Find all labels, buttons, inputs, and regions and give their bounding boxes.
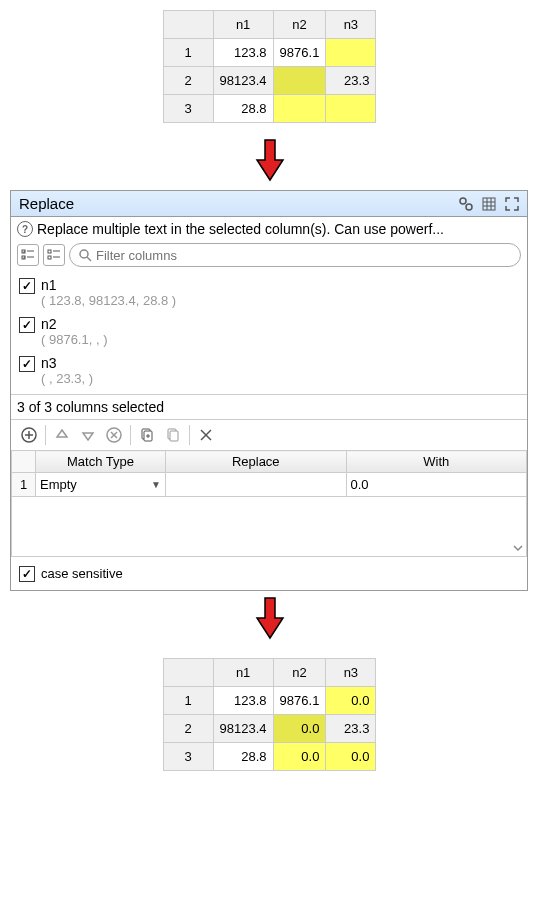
match-type-header[interactable]: Match Type xyxy=(36,451,166,473)
cell[interactable]: 9876.1 xyxy=(273,39,326,67)
svg-point-0 xyxy=(460,198,466,204)
filter-row xyxy=(11,241,527,269)
rules-toolbar xyxy=(11,420,527,450)
column-item-n3[interactable]: ✓ n3 ( , 23.3, ) xyxy=(19,351,519,390)
filter-input[interactable] xyxy=(96,248,512,263)
cell[interactable]: 9876.1 xyxy=(273,687,326,715)
arrow-down-icon xyxy=(0,596,539,643)
chevron-down-icon[interactable] xyxy=(512,542,524,554)
checkbox[interactable]: ✓ xyxy=(19,317,35,333)
cell[interactable]: 0.0 xyxy=(273,743,326,771)
help-row: ? Replace multiple text in the selected … xyxy=(11,217,527,241)
svg-rect-28 xyxy=(170,431,178,441)
cell[interactable]: 23.3 xyxy=(326,67,376,95)
move-down-button[interactable] xyxy=(76,423,100,447)
rule-idx: 1 xyxy=(12,473,36,497)
search-icon xyxy=(78,248,92,262)
move-up-button[interactable] xyxy=(50,423,74,447)
deselect-all-button[interactable] xyxy=(43,244,65,266)
column-item-n1[interactable]: ✓ n1 ( 123.8, 98123.4, 28.8 ) xyxy=(19,273,519,312)
checkbox[interactable]: ✓ xyxy=(19,278,35,294)
svg-line-16 xyxy=(87,257,91,261)
replace-input[interactable] xyxy=(166,473,346,496)
column-item-n2[interactable]: ✓ n2 ( 9876.1, , ) xyxy=(19,312,519,351)
column-preview: ( 123.8, 98123.4, 28.8 ) xyxy=(41,293,176,308)
select-all-button[interactable] xyxy=(17,244,39,266)
filter-wrap xyxy=(69,243,521,267)
expand-button[interactable] xyxy=(501,194,523,214)
match-type-cell[interactable]: Empty ▼ xyxy=(36,473,166,497)
row-header[interactable]: 2 xyxy=(163,715,213,743)
cell[interactable]: 0.0 xyxy=(326,687,376,715)
cell[interactable]: 28.8 xyxy=(213,95,273,123)
row-header[interactable]: 3 xyxy=(163,95,213,123)
cell[interactable]: 23.3 xyxy=(326,715,376,743)
titlebar: Replace xyxy=(11,191,527,217)
cell[interactable]: 123.8 xyxy=(213,687,273,715)
svg-point-15 xyxy=(80,250,88,258)
remove-button[interactable] xyxy=(102,423,126,447)
replace-header[interactable]: Replace xyxy=(166,451,347,473)
case-sensitive-checkbox[interactable]: ✓ xyxy=(19,566,35,582)
col-header-n3[interactable]: n3 xyxy=(326,11,376,39)
cell[interactable] xyxy=(273,67,326,95)
with-input[interactable] xyxy=(347,473,527,496)
row-header[interactable]: 2 xyxy=(163,67,213,95)
svg-rect-2 xyxy=(483,198,495,210)
column-preview: ( 9876.1, , ) xyxy=(41,332,107,347)
col-header-n2[interactable]: n2 xyxy=(273,659,326,687)
column-list: ✓ n1 ( 123.8, 98123.4, 28.8 ) ✓ n2 ( 987… xyxy=(11,269,527,394)
cell[interactable] xyxy=(326,95,376,123)
rules-table: Match Type Replace With 1 Empty ▼ xyxy=(11,450,527,557)
table-corner xyxy=(163,11,213,39)
row-header[interactable]: 1 xyxy=(163,687,213,715)
paste-button[interactable] xyxy=(161,423,185,447)
column-preview: ( , 23.3, ) xyxy=(41,371,93,386)
svg-rect-13 xyxy=(48,256,51,259)
with-header[interactable]: With xyxy=(346,451,527,473)
rule-row[interactable]: 1 Empty ▼ xyxy=(12,473,527,497)
cell[interactable] xyxy=(326,39,376,67)
selection-status: 3 of 3 columns selected xyxy=(11,394,527,420)
clear-button[interactable] xyxy=(194,423,218,447)
match-type-value: Empty xyxy=(40,477,151,492)
table-corner xyxy=(163,659,213,687)
rule-idx-header xyxy=(12,451,36,473)
cell[interactable]: 123.8 xyxy=(213,39,273,67)
dropdown-icon: ▼ xyxy=(151,479,161,490)
cell[interactable]: 98123.4 xyxy=(213,67,273,95)
cell[interactable]: 28.8 xyxy=(213,743,273,771)
checkbox[interactable]: ✓ xyxy=(19,356,35,372)
cell[interactable] xyxy=(273,95,326,123)
add-button[interactable] xyxy=(17,423,41,447)
dialog-title: Replace xyxy=(15,195,454,212)
col-header-n1[interactable]: n1 xyxy=(213,11,273,39)
svg-point-1 xyxy=(466,204,472,210)
table-after: n1 n2 n3 1 123.8 9876.1 0.0 2 98123.4 0.… xyxy=(163,658,377,771)
svg-rect-11 xyxy=(48,250,51,253)
col-header-n2[interactable]: n2 xyxy=(273,11,326,39)
copy-button[interactable] xyxy=(135,423,159,447)
col-header-n1[interactable]: n1 xyxy=(213,659,273,687)
cell[interactable]: 98123.4 xyxy=(213,715,273,743)
help-text: Replace multiple text in the selected co… xyxy=(37,221,444,237)
row-header[interactable]: 3 xyxy=(163,743,213,771)
settings-button[interactable] xyxy=(455,194,477,214)
column-name: n3 xyxy=(41,355,93,371)
case-sensitive-row: ✓ case sensitive xyxy=(11,557,527,590)
column-name: n2 xyxy=(41,316,107,332)
cell[interactable]: 0.0 xyxy=(273,715,326,743)
table-before: n1 n2 n3 1 123.8 9876.1 2 98123.4 23.3 3… xyxy=(163,10,377,123)
replace-dialog: Replace ? Replace multiple text in the s… xyxy=(10,190,528,591)
case-sensitive-label: case sensitive xyxy=(41,566,123,581)
row-header[interactable]: 1 xyxy=(163,39,213,67)
arrow-down-icon xyxy=(0,138,539,185)
grid-button[interactable] xyxy=(478,194,500,214)
column-name: n1 xyxy=(41,277,176,293)
col-header-n3[interactable]: n3 xyxy=(326,659,376,687)
help-icon[interactable]: ? xyxy=(17,221,33,237)
cell[interactable]: 0.0 xyxy=(326,743,376,771)
